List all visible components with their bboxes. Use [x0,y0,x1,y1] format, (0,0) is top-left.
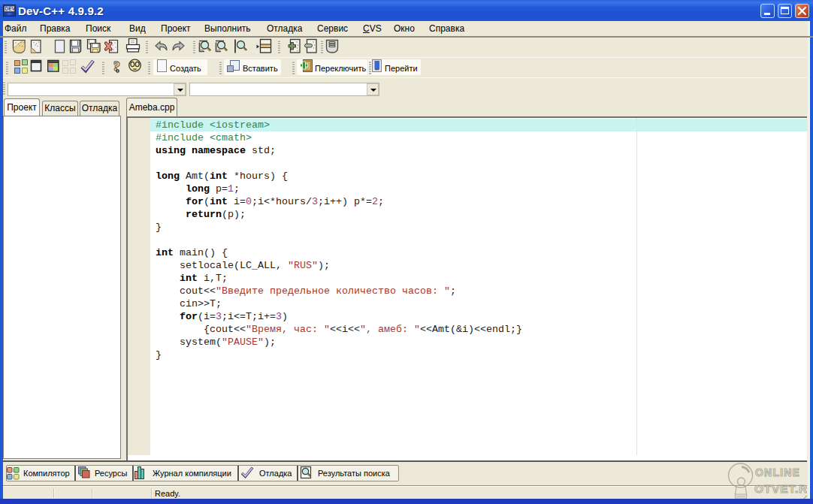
svg-text:DEV: DEV [5,6,16,11]
